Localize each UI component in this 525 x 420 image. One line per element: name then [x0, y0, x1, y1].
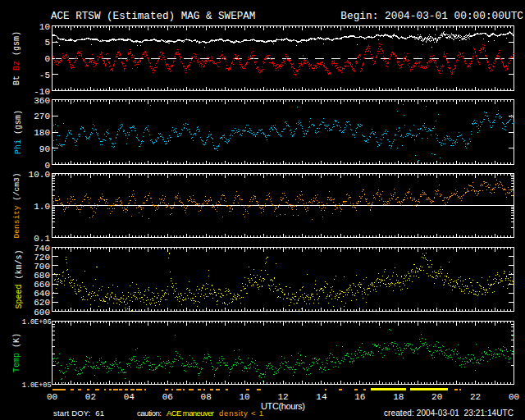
svg-text:Begin: 2004-03-01 00:00:00UTC: Begin: 2004-03-01 00:00:00UTC [340, 10, 523, 22]
svg-text:Phi (gsm): Phi (gsm) [14, 110, 23, 154]
svg-text:0.1: 0.1 [34, 234, 50, 244]
svg-text:10: 10 [39, 22, 50, 32]
svg-text:20: 20 [431, 392, 442, 402]
svg-text:16: 16 [354, 392, 365, 402]
svg-text:08: 08 [201, 392, 212, 402]
svg-text:Temp (K): Temp (K) [12, 333, 21, 372]
svg-text:04: 04 [124, 392, 135, 402]
svg-text:ACE RTSW (Estimated) MAG & SWE: ACE RTSW (Estimated) MAG & SWEPAM [51, 11, 255, 22]
svg-text:00: 00 [47, 392, 57, 402]
svg-text:06: 06 [162, 392, 173, 402]
svg-text:270: 270 [34, 112, 50, 121]
svg-text:5: 5 [44, 38, 50, 48]
svg-text:Speed (km/s): Speed (km/s) [15, 249, 24, 308]
svg-text:18: 18 [393, 392, 404, 402]
svg-text:14: 14 [316, 392, 327, 402]
svg-text:10: 10 [239, 392, 249, 402]
svg-text:600: 600 [34, 308, 50, 317]
svg-text:0: 0 [44, 54, 50, 64]
svg-text:density < 1: density < 1 [219, 409, 263, 418]
svg-text:180: 180 [34, 128, 50, 138]
svg-text:02: 02 [85, 392, 96, 402]
svg-text:1.0E+05: 1.0E+05 [22, 381, 52, 390]
svg-text:360: 360 [34, 96, 50, 106]
svg-text:caution:: caution: [137, 409, 162, 418]
svg-text:1.0E+06: 1.0E+06 [22, 318, 52, 326]
svg-text:ACE maneuver: ACE maneuver [167, 409, 214, 418]
svg-text:10.0: 10.0 [29, 170, 50, 180]
svg-text:90: 90 [39, 144, 50, 154]
svg-text:00: 00 [509, 392, 519, 402]
svg-text:start DOY: 61: start DOY: 61 [53, 409, 104, 418]
svg-text:Bt Bz (gsm): Bt Bz (gsm) [12, 31, 21, 85]
svg-text:-5: -5 [39, 71, 50, 80]
svg-text:1.0: 1.0 [34, 202, 50, 212]
svg-text:UTC(hours): UTC(hours) [261, 401, 305, 411]
svg-text:Density (/cm3): Density (/cm3) [12, 173, 21, 239]
svg-text:22: 22 [470, 392, 481, 402]
svg-text:created: 2004-03-01 23:21:14U: created: 2004-03-01 23:21:14UTC [384, 409, 514, 418]
